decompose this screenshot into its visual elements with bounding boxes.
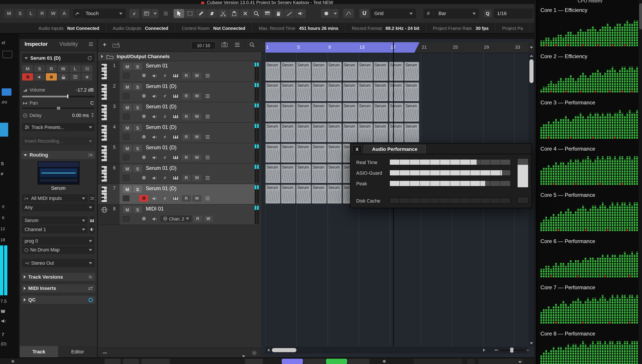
midi-clip[interactable]: Serum (296, 123, 311, 142)
instrument-channel-select[interactable]: Channel 1 (22, 225, 88, 234)
add-track-preset-icon[interactable] (113, 42, 120, 47)
track-solo-button[interactable]: S (133, 124, 142, 131)
midi-clip[interactable]: Serum (343, 82, 358, 102)
track-state-box[interactable] (123, 134, 130, 140)
midi-clip[interactable]: Serum (404, 123, 419, 142)
track-mute-button[interactable]: M (123, 63, 132, 70)
midi-clip[interactable]: Serum (312, 164, 327, 183)
record-arm-button[interactable] (139, 113, 148, 120)
tab-track[interactable]: Track (20, 346, 58, 358)
midi-clip[interactable]: Serum (265, 102, 280, 122)
monitor-button[interactable] (150, 195, 159, 202)
left-edge-icon[interactable] (3, 51, 12, 58)
draw-tool[interactable] (196, 9, 206, 18)
midi-clip[interactable]: Serum (281, 62, 296, 81)
monitor-button[interactable] (150, 113, 159, 120)
close-button[interactable]: X (352, 145, 362, 154)
quantize-select[interactable]: 1/16 (494, 8, 533, 18)
track-solo-button[interactable]: S (133, 63, 142, 70)
toolbar-setup-button[interactable] (162, 9, 169, 18)
midi-clip[interactable]: Serum (374, 62, 389, 81)
freeze-button[interactable]: ∗ (82, 73, 93, 80)
zoom-in-icon[interactable]: + (526, 348, 529, 352)
horizontal-scrollbar[interactable]: + (265, 347, 528, 354)
open-instrument-button[interactable] (171, 154, 180, 160)
midi-clip[interactable]: Serum (281, 184, 296, 204)
midi-clip[interactable]: Serum (281, 164, 296, 183)
track-solo-button[interactable]: S (133, 145, 142, 152)
section-routing[interactable]: Routing (21, 151, 95, 159)
track-state-box[interactable] (123, 72, 130, 78)
midi-clip[interactable]: Serum (296, 184, 311, 204)
midi-clip[interactable]: Serum (265, 144, 280, 163)
midi-clip[interactable]: Serum (281, 82, 296, 102)
color-tool[interactable] (321, 9, 332, 18)
midi-clip[interactable]: Serum (343, 123, 358, 142)
channel-l-button[interactable]: L (70, 65, 81, 72)
resize-handle-icon[interactable] (103, 352, 107, 354)
track-presets-select[interactable]: Track Presets... (22, 123, 95, 131)
midi-clip[interactable]: Serum (281, 123, 296, 142)
record-arm-button[interactable] (139, 72, 148, 79)
open-instrument-button[interactable] (171, 72, 180, 79)
record-arm-button[interactable] (139, 174, 148, 181)
global-s-button[interactable]: S (15, 9, 25, 18)
track-row[interactable]: 7MSSerum 01 (D)eRW (98, 184, 261, 204)
global-w-button[interactable]: W (48, 9, 58, 18)
scroll-down-button[interactable] (242, 352, 245, 358)
automation-mode-select[interactable]: Touch (82, 8, 126, 18)
edit-channel-button[interactable]: e (161, 134, 170, 140)
midi-clip[interactable]: Serum (358, 102, 373, 122)
events-list-button[interactable] (70, 73, 81, 80)
zoom-out-icon[interactable] (495, 350, 498, 350)
search-icon[interactable] (249, 42, 255, 47)
global-r-button[interactable]: R (37, 9, 47, 18)
track-mute-button[interactable]: M (123, 186, 132, 192)
events-list-button[interactable] (203, 195, 212, 202)
open-instrument-button[interactable] (171, 134, 180, 140)
track-solo-button[interactable]: S (133, 83, 142, 90)
track-state-box[interactable] (123, 216, 130, 222)
color-menu-button[interactable] (332, 9, 339, 18)
track-row[interactable]: 2MSSerum 01 (D)eRW (98, 82, 261, 102)
read-automation-button[interactable]: R (182, 113, 191, 120)
zoom-slider-thumb[interactable] (510, 348, 513, 352)
edit-channel-button[interactable]: e (161, 154, 170, 160)
scroll-up-button[interactable] (529, 53, 534, 58)
edit-channel-button[interactable]: e (161, 113, 170, 120)
slider-handle[interactable] (67, 94, 68, 98)
vertical-scroll-thumb[interactable] (529, 59, 533, 83)
write-automation-button[interactable]: W (192, 72, 201, 79)
listen-button[interactable] (46, 73, 57, 80)
write-automation-button[interactable]: W (192, 174, 201, 181)
instrument-thumbnail[interactable] (38, 162, 80, 185)
midi-clip[interactable]: Serum (404, 62, 419, 81)
track-state-box[interactable] (123, 195, 130, 201)
snap-button[interactable] (360, 9, 369, 18)
track-state-box[interactable] (123, 93, 130, 99)
transport-select[interactable] (478, 359, 523, 364)
monitor-button[interactable] (150, 174, 159, 181)
slider-handle[interactable] (57, 107, 60, 110)
write-automation-button[interactable]: W (192, 134, 201, 140)
midi-clip[interactable]: Serum (358, 62, 373, 81)
pan-slider[interactable] (22, 107, 95, 110)
midi-clip[interactable]: Serum (327, 62, 342, 81)
record-arm-button[interactable] (139, 134, 148, 140)
track-row[interactable]: 8MSMIDI 01Chan. 2RW (98, 204, 261, 225)
tab-visibility[interactable]: Visibility (59, 41, 78, 47)
status-item[interactable]: Project Frame Rate30 fps (426, 23, 496, 33)
track-mute-button[interactable]: M (123, 104, 132, 111)
section-midi-inserts[interactable]: MIDI Inserts (21, 284, 95, 292)
io-channels-folder-row[interactable]: Input/Output Channels (98, 52, 261, 60)
status-item[interactable]: Audio OutputsConnected (106, 23, 175, 33)
transport-display[interactable] (141, 359, 170, 364)
open-instrument-button[interactable] (171, 195, 180, 202)
read-automation-button[interactable]: R (193, 216, 202, 222)
open-instrument-button[interactable] (89, 216, 95, 224)
cpu-scroll-thumb[interactable] (639, 3, 642, 30)
midi-clip[interactable]: Serum (327, 184, 342, 204)
midi-clip[interactable]: Serum (312, 82, 327, 102)
edit-channel-button[interactable]: e (161, 195, 170, 202)
midi-clip[interactable]: Serum (296, 144, 311, 163)
